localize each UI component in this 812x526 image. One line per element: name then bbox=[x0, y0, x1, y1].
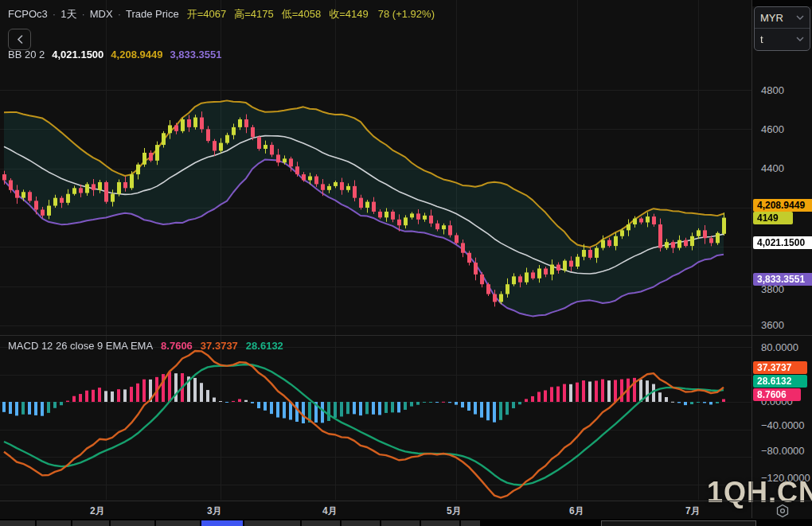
high-value: 高=4175 bbox=[234, 7, 274, 21]
strip-segment-active[interactable] bbox=[201, 520, 243, 526]
bb-indicator-name: BB 20 2 bbox=[8, 49, 45, 60]
price-axis-border bbox=[751, 0, 752, 518]
strip-segment[interactable] bbox=[421, 520, 459, 526]
unit-value: t bbox=[760, 33, 763, 45]
chevron-down-icon bbox=[796, 15, 804, 20]
price-tick: 4600 bbox=[761, 123, 784, 135]
strip-segment[interactable] bbox=[156, 520, 200, 526]
bb-mid-value: 4,021.1500 bbox=[52, 49, 103, 60]
chevron-down-icon bbox=[796, 37, 804, 41]
strip-segment[interactable] bbox=[342, 520, 380, 526]
exchange: MDX bbox=[90, 8, 113, 20]
bb-mid-price-tag: 4,021.1500 bbox=[753, 236, 812, 249]
bb-upper-value: 4,208.9449 bbox=[111, 49, 162, 60]
strip-segment[interactable] bbox=[111, 520, 154, 526]
open-value: 开=4067 bbox=[187, 7, 227, 21]
strip-segment[interactable] bbox=[461, 520, 480, 526]
macd-indicator-legend[interactable]: MACD 12 26 close 9 EMA EMA 8.7606 37.373… bbox=[8, 340, 283, 352]
strip-segment[interactable] bbox=[302, 520, 340, 526]
strip-segment[interactable] bbox=[72, 520, 109, 526]
currency-dropdown[interactable]: MYR bbox=[755, 7, 810, 28]
separator: · bbox=[81, 8, 84, 20]
strip-segment[interactable] bbox=[381, 520, 420, 526]
pane-divider[interactable] bbox=[0, 335, 812, 336]
macd-tick: −80.0000 bbox=[761, 445, 805, 457]
bb-upper-price-tag: 4,208.9449 bbox=[753, 199, 812, 212]
separator: · bbox=[118, 8, 121, 20]
low-value: 低=4058 bbox=[282, 7, 322, 21]
macd-line-value: 37.3737 bbox=[201, 340, 238, 352]
bottom-tab-strip bbox=[0, 519, 812, 526]
month-label: 6月 bbox=[569, 505, 584, 518]
bb-lower-price-tag: 3,833.3551 bbox=[753, 273, 812, 286]
trading-app: FCPOc3 · 1天 · MDX · Trade Price 开=4067 高… bbox=[0, 0, 812, 526]
macd-signal-value: 28.6132 bbox=[246, 340, 283, 352]
month-label: 2月 bbox=[90, 505, 105, 518]
month-label: 5月 bbox=[447, 505, 462, 518]
chart-canvas[interactable] bbox=[0, 0, 751, 501]
bb-lower-value: 3,833.3551 bbox=[170, 49, 221, 60]
unit-dropdown[interactable]: t bbox=[755, 29, 810, 49]
macd-signal-tag: 28.6132 bbox=[753, 375, 807, 388]
macd-line-tag: 37.3737 bbox=[753, 361, 807, 374]
time-axis-divider bbox=[0, 501, 812, 501]
macd-hist-tag: 8.7606 bbox=[753, 388, 801, 401]
macd-hist-value: 8.7606 bbox=[161, 340, 193, 352]
strip-segment[interactable] bbox=[0, 520, 35, 526]
strip-panel[interactable] bbox=[601, 520, 756, 526]
macd-tick: −40.0000 bbox=[761, 419, 805, 431]
symbol-name[interactable]: FCPOc3 bbox=[8, 8, 48, 20]
change-value: 78 (+1.92%) bbox=[378, 8, 435, 20]
back-button[interactable] bbox=[8, 29, 31, 50]
month-label: 3月 bbox=[207, 505, 222, 518]
chart-legend: FCPOc3 · 1天 · MDX · Trade Price 开=4067 高… bbox=[8, 7, 435, 21]
macd-indicator-name: MACD 12 26 close 9 EMA EMA bbox=[8, 340, 153, 352]
strip-segment[interactable] bbox=[244, 520, 300, 526]
price-tick: 4800 bbox=[761, 84, 784, 96]
scale-settings-box: MYR t bbox=[754, 6, 810, 51]
month-label: 7月 bbox=[685, 505, 701, 518]
separator: · bbox=[53, 8, 56, 20]
price-type: Trade Price bbox=[126, 8, 179, 20]
price-tick: 4400 bbox=[761, 162, 784, 174]
close-value: 收=4149 bbox=[329, 7, 369, 21]
chevron-left-icon bbox=[17, 35, 23, 44]
strip-segment[interactable] bbox=[37, 520, 71, 526]
macd-tick: 80.0000 bbox=[761, 341, 798, 353]
axis-settings-icon[interactable] bbox=[775, 504, 790, 518]
price-tick: 3600 bbox=[761, 319, 784, 331]
interval[interactable]: 1天 bbox=[61, 7, 76, 21]
watermark: 1QH.CN bbox=[707, 476, 812, 509]
last-price-tag: 4149 bbox=[753, 212, 793, 224]
currency-value: MYR bbox=[760, 12, 783, 24]
time-axis[interactable]: 2月 3月 4月 5月 6月 7月 bbox=[0, 501, 812, 518]
month-label: 4月 bbox=[322, 505, 338, 518]
bb-indicator-legend[interactable]: BB 20 2 4,021.1500 4,208.9449 3,833.3551 bbox=[8, 49, 222, 60]
